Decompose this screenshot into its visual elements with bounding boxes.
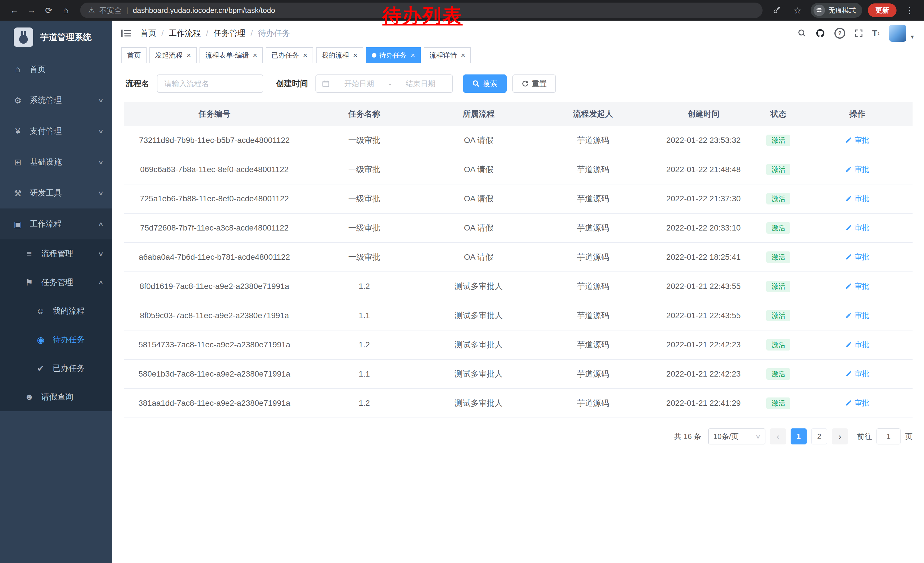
create-time-label: 创建时间: [276, 78, 308, 89]
search-icon[interactable]: [798, 29, 806, 38]
cell-initiator: 芋道源码: [534, 155, 652, 184]
cell-initiator: 芋道源码: [534, 243, 652, 272]
browser-forward-button[interactable]: →: [24, 3, 39, 18]
browser-update-button[interactable]: 更新: [868, 3, 897, 17]
approve-button[interactable]: 审批: [845, 311, 869, 320]
user-avatar[interactable]: [889, 25, 906, 42]
cell-action: 审批: [802, 155, 912, 184]
page-button-1[interactable]: 1: [790, 428, 807, 444]
tab[interactable]: 发起流程 ×: [149, 47, 196, 63]
sidebar-item-my-processes[interactable]: ☺ 我的流程: [0, 297, 112, 325]
tab-close-icon[interactable]: ×: [187, 51, 191, 59]
cell-process: OA 请假: [423, 243, 534, 272]
prev-page-button[interactable]: ‹: [770, 428, 786, 444]
people-icon: ☺: [36, 306, 46, 316]
breadcrumb-separator: /: [206, 29, 208, 38]
chevron-down-icon: ∨: [98, 159, 104, 165]
table-row: 580e1b3d-7ac8-11ec-a9e2-a2380e71991a 1.1…: [124, 359, 912, 389]
incognito-icon: [813, 5, 825, 16]
approve-button[interactable]: 审批: [845, 135, 869, 145]
bookmark-star-icon[interactable]: ☆: [790, 3, 805, 18]
search-button[interactable]: 搜索: [463, 75, 507, 93]
sidebar-item-devtools[interactable]: ⚒ 研发工具 ∨: [0, 177, 112, 209]
tab-close-icon[interactable]: ×: [253, 51, 257, 59]
cell-created-time: 2022-01-21 22:42:23: [652, 330, 754, 359]
cell-process: OA 请假: [423, 184, 534, 213]
tab[interactable]: 已办任务 ×: [266, 47, 313, 63]
date-range-picker[interactable]: 开始日期 - 结束日期: [315, 75, 453, 93]
sidebar-item-task-management[interactable]: ⚑ 任务管理 ∧: [0, 268, 112, 297]
tab-close-icon[interactable]: ×: [303, 51, 307, 59]
tab-close-icon[interactable]: ×: [353, 51, 357, 59]
status-badge: 激活: [766, 251, 790, 263]
goto-page-input[interactable]: [876, 428, 900, 444]
browser-back-button[interactable]: ←: [7, 3, 22, 18]
page-button-2[interactable]: 2: [811, 428, 827, 444]
tab-label: 发起流程: [155, 51, 183, 60]
table-row: a6aba0a4-7b6d-11ec-b781-acde48001122 一级审…: [124, 243, 912, 272]
sidebar-item-home[interactable]: ⌂ 首页: [0, 54, 112, 85]
tab[interactable]: 我的流程 ×: [316, 47, 363, 63]
cell-initiator: 芋道源码: [534, 330, 652, 359]
reset-button[interactable]: 重置: [512, 75, 556, 93]
browser-home-button[interactable]: ⌂: [58, 3, 73, 18]
cell-status: 激活: [755, 301, 802, 330]
app-logo-row[interactable]: 芋道管理系统: [0, 21, 112, 54]
address-divider: |: [126, 6, 128, 15]
approve-button[interactable]: 审批: [845, 369, 869, 379]
sidebar-item-system[interactable]: ⚙ 系统管理 ∨: [0, 85, 112, 116]
tab[interactable]: 流程表单-编辑 ×: [200, 47, 263, 63]
tab[interactable]: 流程详情 ×: [424, 47, 471, 63]
sidebar-item-infrastructure[interactable]: ⊞ 基础设施 ∨: [0, 147, 112, 177]
font-size-icon[interactable]: T↕: [872, 29, 880, 38]
cell-task-id: 8f059c03-7ac8-11ec-a9e2-a2380e71991a: [124, 301, 305, 330]
tab-close-icon[interactable]: ×: [411, 51, 415, 59]
approve-button[interactable]: 审批: [845, 164, 869, 174]
cell-task-name: 一级审批: [305, 243, 423, 272]
page-size-select[interactable]: 10条/页 ∨: [708, 428, 765, 444]
cell-task-id: 381aa1dd-7ac8-11ec-a9e2-a2380e71991a: [124, 389, 305, 418]
tab[interactable]: 首页: [122, 47, 147, 63]
approve-button[interactable]: 审批: [845, 223, 869, 233]
github-icon[interactable]: [816, 29, 825, 38]
breadcrumb-home[interactable]: 首页: [140, 28, 156, 39]
approve-button[interactable]: 审批: [845, 398, 869, 408]
cell-initiator: 芋道源码: [534, 272, 652, 301]
chevron-down-icon: ∨: [755, 433, 761, 440]
help-icon[interactable]: ?: [834, 28, 845, 39]
password-key-icon[interactable]: [770, 3, 784, 18]
browser-refresh-button[interactable]: ⟳: [41, 3, 56, 18]
sidebar-item-done-tasks[interactable]: ✔ 已办任务: [0, 354, 112, 383]
approve-button[interactable]: 审批: [845, 339, 869, 350]
process-name-input[interactable]: [157, 75, 263, 93]
calendar-icon: [322, 80, 330, 88]
sidebar-menu: ⌂ 首页 ⚙ 系统管理 ∨ ¥ 支付管理 ∨ ⊞ 基础设施 ∨: [0, 54, 112, 563]
tab-close-icon[interactable]: ×: [461, 51, 465, 59]
cell-task-id: 73211d9d-7b9b-11ec-b5b7-acde48001122: [124, 126, 305, 155]
tabs-bar: 首页 发起流程 × 流程表单-编辑 ×: [112, 46, 924, 65]
sidebar-toggle-icon[interactable]: [122, 29, 131, 38]
fullscreen-icon[interactable]: [855, 29, 863, 38]
approve-button[interactable]: 审批: [845, 194, 869, 204]
sidebar-item-todo-tasks[interactable]: ◉ 待办任务: [0, 325, 112, 354]
edit-icon: [845, 399, 852, 406]
next-page-button[interactable]: ›: [832, 428, 848, 444]
sidebar-item-process-management[interactable]: ≡ 流程管理 ∨: [0, 239, 112, 268]
edit-icon: [845, 137, 852, 144]
edit-icon: [845, 254, 852, 260]
tools-icon: ⚒: [13, 188, 23, 198]
incognito-badge: 无痕模式: [811, 3, 862, 18]
sidebar-item-payment[interactable]: ¥ 支付管理 ∨: [0, 116, 112, 147]
approve-button[interactable]: 审批: [845, 252, 869, 262]
browser-menu-icon[interactable]: ⋮: [902, 3, 917, 18]
sidebar: 芋道管理系统 ⌂ 首页 ⚙ 系统管理 ∨ ¥ 支付管理 ∨ ⊞: [0, 21, 112, 563]
sidebar-item-workflow[interactable]: ▣ 工作流程 ∧: [0, 209, 112, 239]
cell-process: 测试多审批人: [423, 272, 534, 301]
breadcrumb-task-management[interactable]: 任务管理: [213, 28, 246, 39]
screen: ← → ⟳ ⌂ ⚠ 不安全 | dashboard.yudao.iocoder.…: [0, 0, 924, 563]
breadcrumb-workflow[interactable]: 工作流程: [169, 28, 201, 39]
tab[interactable]: 待办任务 ×: [366, 47, 421, 63]
avatar-dropdown-caret[interactable]: ▼: [910, 34, 915, 42]
approve-button[interactable]: 审批: [845, 281, 869, 291]
sidebar-item-leave-query[interactable]: ☻ 请假查询: [0, 383, 112, 411]
